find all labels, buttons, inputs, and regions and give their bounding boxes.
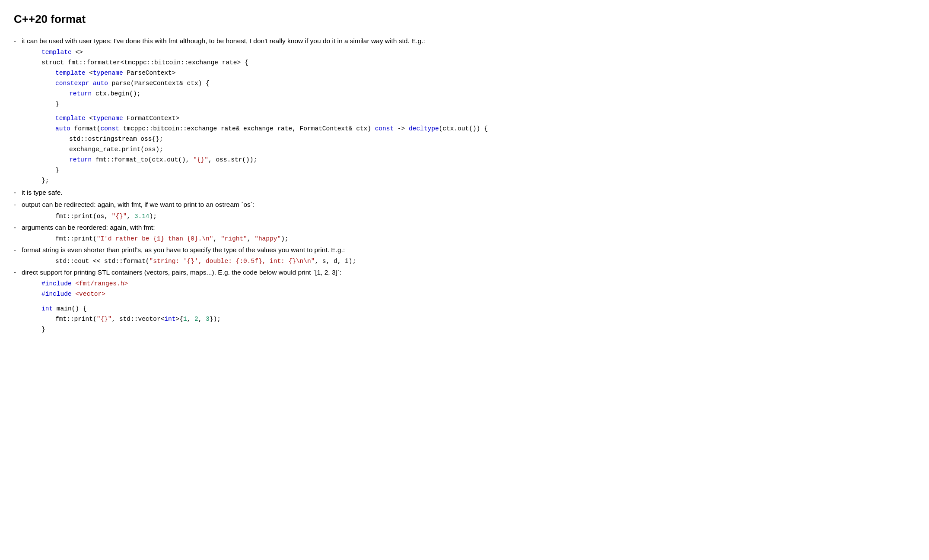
bullet-text-6: direct support for printing STL containe… bbox=[22, 267, 341, 278]
content-area: - it can be used with user types: I've d… bbox=[14, 35, 915, 335]
bullet-dash-5: - bbox=[14, 244, 22, 256]
bullet-text-3: output can be redirected: again, with fm… bbox=[22, 199, 255, 210]
code-block-3: fmt::print("I'd rather be {1} than {0}.\… bbox=[14, 234, 915, 244]
page-title: C++20 format bbox=[14, 10, 915, 28]
code-block-2: fmt::print(os, "{}", 3.14); bbox=[14, 212, 915, 222]
bullet-item-1: - it can be used with user types: I've d… bbox=[14, 35, 915, 47]
bullet-text-1: it can be used with user types: I've don… bbox=[22, 35, 425, 47]
bullet-item-5: - format string is even shorter than pri… bbox=[14, 244, 915, 256]
bullet-item-2: - it is type safe. bbox=[14, 187, 915, 198]
code-block-1: template <> struct fmt::formatter<tmcppc… bbox=[14, 47, 915, 186]
bullet-item-6: - direct support for printing STL contai… bbox=[14, 267, 915, 278]
bullet-dash-6: - bbox=[14, 267, 22, 278]
bullet-dash-1: - bbox=[14, 35, 22, 47]
bullet-dash-2: - bbox=[14, 187, 22, 198]
bullet-dash-3: - bbox=[14, 199, 22, 210]
code-block-4: std::cout << std::format("string: '{}', … bbox=[14, 256, 915, 267]
bullet-text-2: it is type safe. bbox=[22, 187, 63, 198]
bullet-text-4: arguments can be reordered: again, with … bbox=[22, 222, 155, 233]
bullet-item-3: - output can be redirected: again, with … bbox=[14, 199, 915, 210]
bullet-item-4: - arguments can be reordered: again, wit… bbox=[14, 222, 915, 233]
code-block-5: #include <fmt/ranges.h> #include <vector… bbox=[14, 279, 915, 335]
bullet-text-5: format string is even shorter than print… bbox=[22, 244, 345, 256]
bullet-dash-4: - bbox=[14, 222, 22, 233]
